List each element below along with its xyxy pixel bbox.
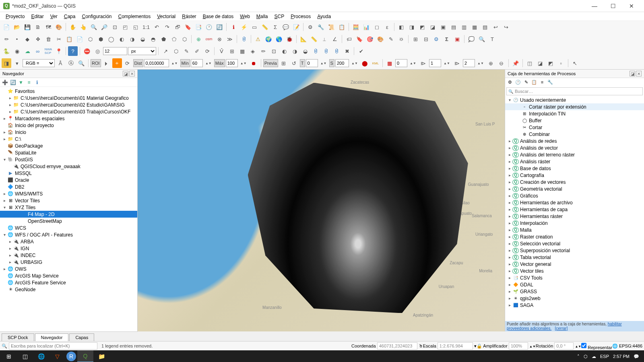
scp-db2-icon[interactable]: 🛢	[321, 46, 331, 56]
previa-reset-icon[interactable]: ↺	[289, 58, 299, 68]
expression-select-icon[interactable]: ε	[382, 22, 392, 32]
osm-icon[interactable]: ⊕	[194, 34, 203, 44]
results-icon[interactable]: 📋	[337, 22, 347, 32]
roi-refresh-icon[interactable]: ⟳	[123, 58, 132, 68]
dig8-icon[interactable]: ⬟	[159, 34, 168, 44]
redo-icon[interactable]: ↪	[501, 22, 511, 32]
browser-item[interactable]: ▸⊞Vector Tiles	[0, 197, 137, 204]
scp-x-icon[interactable]: ✖	[342, 46, 352, 56]
tray-chevron-icon[interactable]: ˄	[577, 354, 580, 359]
geocode-icon[interactable]: 📍	[54, 46, 64, 56]
browser-item[interactable]: ▾🐘PostGIS	[0, 156, 137, 163]
bookmarks-icon[interactable]: 📑	[194, 22, 203, 32]
dist-spin-icon[interactable]: ▲▼	[170, 58, 180, 68]
proc-group[interactable]: ▸QBase de datos	[505, 165, 644, 172]
panel-close-icon[interactable]: ✕	[129, 71, 135, 76]
class-run-icon[interactable]: ⬤	[360, 58, 370, 68]
proc-recent[interactable]: ▾🕐Usado recientemente	[505, 97, 644, 103]
model-icon[interactable]: 🔧	[316, 22, 326, 32]
n3-apply-icon[interactable]: ⊕	[486, 58, 496, 68]
n2-spin-icon[interactable]: ▲▼	[442, 58, 452, 68]
globe2-icon[interactable]: 🌎	[274, 34, 284, 44]
mouse-icon[interactable]: 🖱	[419, 343, 423, 348]
layer-h-icon[interactable]: ▦	[470, 22, 479, 32]
proc-recent-item[interactable]: ◯Buffer	[505, 117, 644, 124]
scp-run-icon[interactable]: ✔	[356, 46, 366, 56]
dig5-icon[interactable]: ◑	[127, 34, 137, 44]
explorer-icon[interactable]: 📁	[93, 350, 109, 362]
ruler4-icon[interactable]: ∠	[330, 34, 340, 44]
dropbox-icon[interactable]: ⬡	[584, 354, 588, 359]
rot-input[interactable]	[554, 342, 574, 350]
proc-edit-icon[interactable]: ✎	[523, 79, 529, 85]
paste-icon[interactable]: 📄	[75, 34, 85, 44]
proc-group[interactable]: ▸QSelección vectorial	[505, 240, 644, 247]
lbl4-icon[interactable]: 🎨	[376, 34, 385, 44]
app-r-icon[interactable]: R	[66, 352, 76, 361]
add-layer-icon[interactable]: ➕	[2, 79, 8, 86]
coord-input[interactable]	[377, 342, 417, 350]
proc-model-icon[interactable]: ⚙	[507, 79, 513, 85]
record-icon[interactable]: ⏺	[249, 58, 259, 68]
actions-icon[interactable]: ⚡	[239, 22, 249, 32]
target-icon[interactable]: ◎	[93, 46, 102, 56]
browser-item[interactable]: 📦GeoPackage	[0, 142, 137, 149]
field-calc-icon[interactable]: 🧮	[351, 22, 361, 32]
temporal-icon[interactable]: 🕐	[204, 22, 214, 32]
scp-input-icon[interactable]: ◨	[2, 58, 11, 68]
browser-item[interactable]: ▸🔌ARBA	[0, 238, 137, 245]
menu-ver[interactable]: Ver	[47, 13, 61, 20]
proc-provider[interactable]: ▸📑CSV Tools	[505, 274, 644, 281]
select-icon[interactable]: ▭	[250, 22, 259, 32]
lens-icon[interactable]: ◉	[12, 46, 22, 56]
layer-label-icon[interactable]: 🏷	[344, 34, 354, 44]
maximize-button[interactable]: ☐	[604, 0, 622, 12]
proc-group[interactable]: ▸QAnálisis de redes	[505, 138, 644, 144]
max-spin-icon[interactable]: ▲▼	[239, 58, 248, 68]
go-icon[interactable]: ≫	[225, 34, 235, 44]
proc-group[interactable]: ▸QVector general	[505, 261, 644, 267]
open-project-icon[interactable]: 📂	[12, 22, 22, 32]
menu-web[interactable]: Web	[237, 13, 253, 20]
check-icon[interactable]: ⚠	[253, 34, 263, 44]
n2-next-icon[interactable]: ⧐	[452, 58, 462, 68]
undo-icon[interactable]: ↩	[491, 22, 500, 32]
zoom-selection-icon[interactable]: ◰	[120, 22, 130, 32]
help-icon[interactable]: ?	[68, 46, 78, 56]
proc-history-icon[interactable]: 🕐	[515, 79, 521, 85]
proc-provider[interactable]: ▸🟦SAGA	[505, 302, 644, 309]
collapse-icon[interactable]: ≡	[26, 79, 32, 86]
processing-tree[interactable]: ▾🕐Usado recientemente▫Cortar ráster por …	[505, 97, 644, 321]
snap2-icon[interactable]: ⊟	[421, 34, 431, 44]
layer-f-icon[interactable]: ▤	[449, 22, 458, 32]
browser-item[interactable]: ▾⊞XYZ Tiles	[0, 204, 137, 211]
lbl2-icon[interactable]: 🔖	[355, 34, 364, 44]
browser-item[interactable]: ⬛Oracle	[0, 177, 137, 183]
vector-poly-icon[interactable]: ⬡	[171, 46, 181, 56]
style-manager-icon[interactable]: 🎨	[54, 22, 64, 32]
dig10-icon[interactable]: ⬡	[180, 34, 189, 44]
rot-spin-icon[interactable]: ▲▼	[575, 345, 581, 348]
scp-v8-icon[interactable]: ◑	[290, 46, 299, 56]
max-input[interactable]	[226, 59, 238, 67]
scp-zoom-icon[interactable]: 🔍	[76, 58, 86, 68]
brave-icon[interactable]: ▽	[49, 350, 65, 362]
menu-procesos[interactable]: Procesos	[287, 13, 314, 20]
layer-add1-icon[interactable]: ◫	[525, 58, 535, 68]
s-input[interactable]	[335, 59, 349, 67]
min-spin-icon[interactable]: ▲▼	[204, 58, 213, 68]
panel-undock-icon[interactable]: ◪	[123, 71, 128, 76]
layer-add3-icon[interactable]: ◩	[546, 58, 555, 68]
browser-item[interactable]: ▸📁C:\Users\herca\Documents\02 Estudio\GA…	[0, 101, 137, 108]
browser-item[interactable]: ▸🌐WMS/WMTS	[0, 190, 137, 197]
zoom-layer-icon[interactable]: ◱	[131, 22, 140, 32]
browser-item[interactable]: 🏠Inicio del proyecto	[0, 122, 137, 129]
scp-v5-icon[interactable]: ✏	[258, 46, 268, 56]
roi-show-icon[interactable]: ⏵	[102, 58, 111, 68]
vector-ed3-icon[interactable]: ⟳	[202, 46, 212, 56]
layer-a-icon[interactable]: ◧	[396, 22, 406, 32]
scp-v9-icon[interactable]: ◒	[300, 46, 310, 56]
menu-base-de-datos[interactable]: Base de datos	[200, 13, 237, 20]
snap-icon[interactable]: ⊞	[411, 34, 420, 44]
ruler-icon[interactable]: 📐	[299, 34, 308, 44]
